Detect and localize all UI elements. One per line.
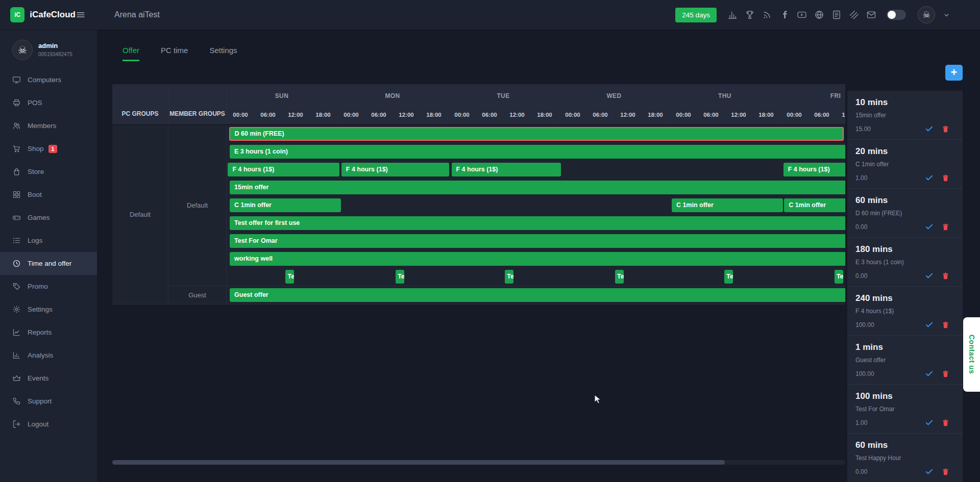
scrollbar-thumb[interactable] bbox=[112, 460, 725, 465]
sidebar-item-computers[interactable]: Computers bbox=[0, 68, 97, 91]
horizontal-scrollbar[interactable] bbox=[112, 460, 845, 465]
delete-offer-button[interactable] bbox=[942, 125, 949, 133]
tab-offer[interactable]: Offer bbox=[122, 46, 139, 61]
offer-bar[interactable]: Test Happy Hour bbox=[615, 270, 624, 284]
sidebar-item-store[interactable]: Store bbox=[0, 160, 97, 183]
user-avatar[interactable]: ☠ bbox=[918, 6, 935, 23]
delete-offer-button[interactable] bbox=[942, 174, 949, 182]
offer-bar[interactable]: D 60 min (FREE) bbox=[229, 127, 844, 141]
offer-bar[interactable]: F 4 hours (1$) bbox=[783, 163, 845, 176]
offer-bar[interactable]: working well bbox=[230, 252, 845, 266]
offer-enabled-check-icon[interactable] bbox=[925, 418, 934, 427]
youtube-icon[interactable] bbox=[797, 10, 807, 20]
time-label: 06:00 bbox=[808, 112, 836, 118]
invoice-icon[interactable] bbox=[831, 10, 842, 20]
offer-bar[interactable]: F 4 hours (1$) bbox=[228, 163, 339, 176]
shop-badge: 1 bbox=[48, 145, 58, 153]
facebook-icon[interactable] bbox=[779, 10, 790, 20]
sidebar-item-settings[interactable]: Settings bbox=[0, 298, 97, 321]
sidebar-item-logout[interactable]: Logout bbox=[0, 413, 97, 436]
sidebar-item-analysis[interactable]: Analysis bbox=[0, 344, 97, 367]
contact-us-button[interactable]: Contact us bbox=[963, 317, 980, 392]
menu-toggle-icon[interactable] bbox=[76, 10, 86, 20]
sidebar-avatar[interactable]: ☠ bbox=[12, 40, 33, 60]
offer-enabled-check-icon[interactable] bbox=[925, 222, 934, 231]
offer-enabled-check-icon[interactable] bbox=[925, 467, 934, 476]
offer-bar[interactable]: Test Happy Hour bbox=[835, 270, 843, 284]
offer-card: 100 minsTest For Omar1.00 bbox=[847, 385, 963, 434]
sidebar-item-games[interactable]: Games bbox=[0, 206, 97, 229]
sidebar-item-time-and-offer[interactable]: Time and offer bbox=[0, 252, 97, 275]
sidebar-item-promo[interactable]: Promo bbox=[0, 275, 97, 298]
brand[interactable]: iC iCafeCloud bbox=[0, 7, 76, 22]
mail-icon[interactable] bbox=[866, 10, 876, 20]
time-label: 12:00 bbox=[393, 112, 420, 118]
globe-icon[interactable] bbox=[814, 10, 824, 20]
delete-offer-button[interactable] bbox=[942, 223, 949, 231]
offer-enabled-check-icon[interactable] bbox=[925, 173, 934, 182]
member-group-label: Default bbox=[168, 125, 227, 286]
sidebar-item-logs[interactable]: Logs bbox=[0, 229, 97, 252]
offer-bar-label: Test Happy Hour bbox=[398, 273, 404, 280]
offer-bar[interactable]: Test Happy Hour bbox=[505, 270, 513, 284]
sidebar-item-pos[interactable]: POS bbox=[0, 91, 97, 114]
sidebar-item-support[interactable]: Support bbox=[0, 390, 97, 413]
add-offer-button[interactable]: + bbox=[945, 65, 963, 81]
layers-icon[interactable] bbox=[849, 10, 859, 20]
offer-actions bbox=[925, 222, 955, 231]
schedule-body: Default DefaultD 60 min (FREE)E 3 hours … bbox=[112, 125, 845, 305]
sidebar-item-reports[interactable]: Reports bbox=[0, 321, 97, 344]
trophy-icon[interactable] bbox=[745, 10, 755, 20]
offer-bar[interactable]: C 1min offer bbox=[230, 198, 341, 212]
sidebar-item-events[interactable]: Events bbox=[0, 367, 97, 390]
delete-offer-button[interactable] bbox=[942, 321, 949, 329]
sidebar-item-label: Store bbox=[28, 168, 44, 175]
day-label: TUE bbox=[448, 84, 558, 105]
offer-bar[interactable]: E 3 hours (1 coin) bbox=[230, 145, 845, 159]
chevron-down-icon[interactable] bbox=[943, 11, 950, 19]
offer-bar[interactable]: Test offer for first use bbox=[230, 216, 845, 230]
sidebar-item-label: Games bbox=[28, 214, 50, 221]
offer-enabled-check-icon[interactable] bbox=[925, 320, 934, 329]
sidebar-item-label: Shop bbox=[28, 145, 44, 153]
offer-bar[interactable]: F 4 hours (1$) bbox=[452, 163, 561, 176]
stats-icon[interactable] bbox=[727, 10, 738, 20]
store-icon bbox=[12, 167, 21, 176]
sidebar-item-boot[interactable]: Boot bbox=[0, 183, 97, 206]
delete-offer-button[interactable] bbox=[942, 468, 949, 476]
tab-pc-time[interactable]: PC time bbox=[161, 46, 188, 61]
schedule-header: PC GROUPS MEMBER GROUPS SUN00:0006:0012:… bbox=[112, 84, 845, 125]
offer-bar[interactable]: C 1min offer bbox=[784, 198, 845, 212]
offer-bar[interactable]: C 1min offer bbox=[672, 198, 783, 212]
delete-offer-button[interactable] bbox=[942, 370, 949, 378]
license-days-badge[interactable]: 245 days bbox=[675, 8, 717, 22]
offer-bar[interactable]: Guest offer bbox=[230, 288, 845, 302]
time-row: 00:0006:0012:0018:00 bbox=[227, 105, 337, 124]
offer-enabled-check-icon[interactable] bbox=[925, 271, 934, 280]
sidebar-item-shop[interactable]: Shop1 bbox=[0, 137, 97, 160]
sidebar-item-members[interactable]: Members bbox=[0, 114, 97, 137]
offer-bar[interactable]: Test Happy Hour bbox=[285, 270, 294, 284]
theme-toggle[interactable] bbox=[887, 10, 906, 20]
offer-card: 180 minsE 3 hours (1 coin)0.00 bbox=[847, 238, 963, 287]
delete-offer-button[interactable] bbox=[942, 419, 949, 427]
time-label: 00:00 bbox=[780, 112, 808, 118]
offer-bar[interactable]: Test Happy Hour bbox=[396, 270, 404, 284]
sidebar-item-label: Computers bbox=[28, 76, 61, 84]
offer-bar-label: Test Happy Hour bbox=[287, 273, 294, 280]
offer-name: Test Happy Hour bbox=[855, 454, 955, 462]
phone-icon bbox=[12, 397, 21, 405]
offer-price-row: 0.00 bbox=[855, 467, 955, 476]
time-label: 00:00 bbox=[227, 112, 254, 118]
delete-offer-button[interactable] bbox=[942, 272, 949, 280]
offer-enabled-check-icon[interactable] bbox=[925, 369, 934, 378]
offer-name: C 1min offer bbox=[855, 161, 955, 168]
offer-bar[interactable]: Test Happy Hour bbox=[724, 270, 733, 284]
offer-bar[interactable]: F 4 hours (1$) bbox=[341, 163, 449, 176]
offer-bar[interactable]: Test For Omar bbox=[230, 234, 845, 248]
offer-enabled-check-icon[interactable] bbox=[925, 124, 934, 133]
tab-settings[interactable]: Settings bbox=[209, 46, 237, 61]
rss-icon[interactable] bbox=[762, 10, 772, 20]
offer-bar[interactable]: 15min offer bbox=[230, 181, 845, 194]
time-label: 00:00 bbox=[559, 112, 586, 118]
